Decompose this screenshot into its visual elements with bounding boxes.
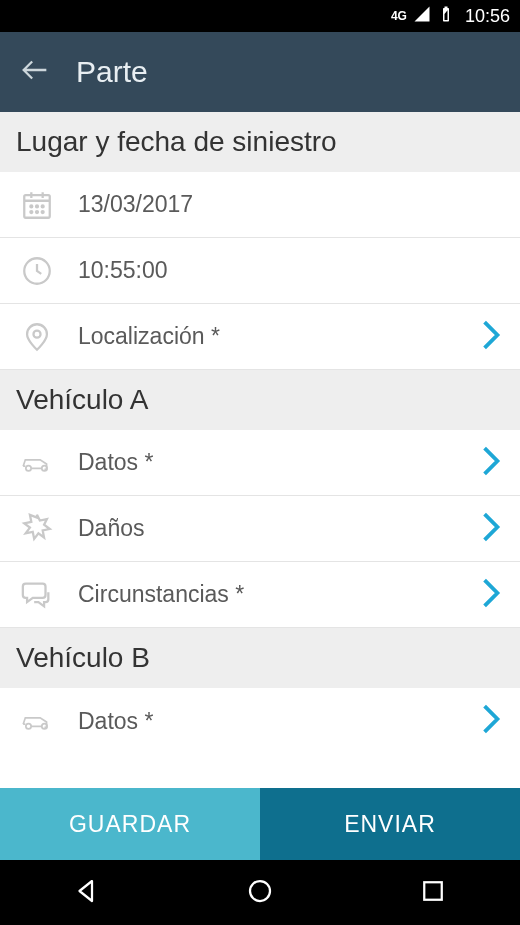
row-date[interactable]: 13/03/2017 bbox=[0, 172, 520, 238]
time-value: 10:55:00 bbox=[78, 257, 502, 284]
row-veha-circ[interactable]: Circunstancias * bbox=[0, 562, 520, 628]
chevron-right-icon bbox=[480, 577, 502, 613]
row-vehb-datos[interactable]: Datos * bbox=[0, 688, 520, 754]
svg-point-4 bbox=[30, 211, 32, 213]
location-icon bbox=[18, 320, 56, 354]
signal-icon bbox=[413, 5, 431, 28]
svg-point-10 bbox=[42, 465, 47, 470]
clock-time: 10:56 bbox=[465, 6, 510, 27]
svg-rect-14 bbox=[425, 882, 443, 900]
chat-icon bbox=[18, 578, 56, 612]
svg-point-1 bbox=[30, 205, 32, 207]
damage-icon bbox=[18, 512, 56, 546]
svg-point-6 bbox=[42, 211, 44, 213]
car-icon bbox=[18, 446, 56, 480]
section-header-lugar: Lugar y fecha de siniestro bbox=[0, 112, 520, 172]
row-veha-danos[interactable]: Daños bbox=[0, 496, 520, 562]
nav-back-icon[interactable] bbox=[72, 876, 102, 910]
network-label: 4G bbox=[391, 9, 407, 23]
nav-home-icon[interactable] bbox=[245, 876, 275, 910]
nav-recent-icon[interactable] bbox=[418, 876, 448, 910]
svg-point-13 bbox=[250, 881, 270, 901]
row-time[interactable]: 10:55:00 bbox=[0, 238, 520, 304]
car-icon bbox=[18, 704, 56, 738]
row-veha-datos[interactable]: Datos * bbox=[0, 430, 520, 496]
row-location[interactable]: Localización * bbox=[0, 304, 520, 370]
battery-icon bbox=[437, 5, 455, 28]
page-title: Parte bbox=[76, 55, 148, 89]
veha-danos-label: Daños bbox=[78, 515, 458, 542]
vehb-datos-label: Datos * bbox=[78, 708, 458, 735]
chevron-right-icon bbox=[480, 319, 502, 355]
app-bar: Parte bbox=[0, 32, 520, 112]
back-icon[interactable] bbox=[18, 53, 52, 91]
svg-point-9 bbox=[26, 465, 31, 470]
svg-point-2 bbox=[36, 205, 38, 207]
chevron-right-icon bbox=[480, 511, 502, 547]
status-bar: 4G 10:56 bbox=[0, 0, 520, 32]
save-button[interactable]: GUARDAR bbox=[0, 788, 260, 860]
veha-circ-label: Circunstancias * bbox=[78, 581, 458, 608]
svg-point-3 bbox=[42, 205, 44, 207]
calendar-icon bbox=[18, 188, 56, 222]
bottom-actions: GUARDAR ENVIAR bbox=[0, 788, 520, 860]
clock-icon bbox=[18, 254, 56, 288]
date-value: 13/03/2017 bbox=[78, 191, 502, 218]
veha-datos-label: Datos * bbox=[78, 449, 458, 476]
svg-point-12 bbox=[42, 724, 47, 729]
android-nav-bar bbox=[0, 860, 520, 925]
location-label: Localización * bbox=[78, 323, 458, 350]
section-header-veh-a: Vehículo A bbox=[0, 370, 520, 430]
svg-point-5 bbox=[36, 211, 38, 213]
section-header-veh-b: Vehículo B bbox=[0, 628, 520, 688]
svg-point-11 bbox=[26, 724, 31, 729]
svg-point-8 bbox=[33, 330, 40, 337]
chevron-right-icon bbox=[480, 703, 502, 739]
send-button[interactable]: ENVIAR bbox=[260, 788, 520, 860]
chevron-right-icon bbox=[480, 445, 502, 481]
